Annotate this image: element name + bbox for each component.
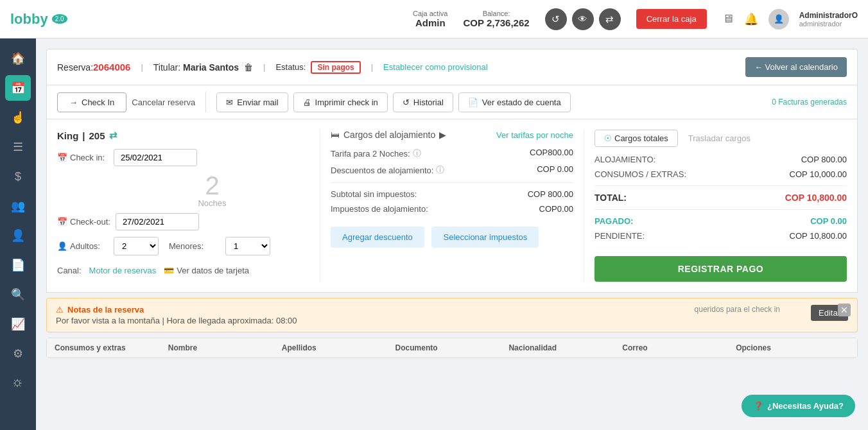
checkout-input[interactable] [116, 213, 199, 230]
guests-row: 👤 Adultos: 2134 Menores: 102 [57, 237, 309, 255]
registrar-pago-button[interactable]: REGISTRAR PAGO [595, 256, 847, 282]
print-icon: 🖨 [303, 98, 311, 107]
noches-badge: 2 Noches [115, 173, 309, 208]
help-tarifa-icon[interactable]: ⓘ [413, 148, 421, 159]
canal-link[interactable]: Motor de reservas [89, 266, 157, 275]
tab-traslado[interactable]: Trasladar cargos [688, 133, 751, 143]
col-apellidos: Apellidos [282, 343, 395, 352]
historial-icon: ↺ [403, 98, 410, 107]
sidebar-item-home[interactable]: 🏠 [5, 46, 31, 71]
sidebar-item-dollar[interactable]: $ [5, 164, 31, 189]
user-name: AdministradorO [799, 11, 858, 20]
divider [205, 92, 206, 112]
eye-icon-btn[interactable]: 👁 [572, 8, 594, 30]
sidebar-item-hand[interactable]: ☝ [5, 105, 31, 130]
sidebar-item-list[interactable]: ☰ [5, 134, 31, 160]
balance-value: COP 2,736,262 [463, 17, 529, 28]
tarifa-label: Tarifa para 2 Noches: ⓘ [331, 148, 421, 159]
room-separator: | [82, 130, 85, 141]
historial-button[interactable]: ↺ Historial [393, 92, 453, 112]
notes-bar: ⚠ Notas de la reserva Por favor vista a … [46, 298, 858, 332]
sidebar: 🏠 📅 ☝ ☰ $ 👥 👤 📄 🔍 📈 ⚙ ⛭ [0, 39, 36, 368]
alojamiento-row: ALOJAMIENTO: COP 800.00 [595, 155, 847, 164]
checkin-input[interactable] [114, 149, 197, 166]
tarjeta-link[interactable]: 💳 Ver datos de tarjeta [164, 266, 249, 275]
monitor-icon[interactable]: 🖥 [722, 12, 734, 26]
pendiente-label: PENDIENTE: [595, 231, 645, 241]
left-panel: King | 205 ⇄ 📅 Check in: 2 Noches 📅 [57, 130, 320, 282]
coin-icon: ☉ [604, 133, 612, 143]
content-area: King | 205 ⇄ 📅 Check in: 2 Noches 📅 [46, 119, 858, 293]
reserva-label: Reserva:2064006 [57, 62, 130, 73]
reservation-header: Reserva:2064006 | Titular: Maria Santos … [46, 49, 858, 85]
volver-button[interactable]: ← Volver al calendario [745, 57, 847, 77]
menores-select[interactable]: 102 [225, 237, 270, 255]
adultos-label: 👤 Adultos: [57, 241, 108, 251]
table-header: Consumos y extras Nombre Apellidos Docum… [47, 338, 857, 357]
sidebar-item-file[interactable]: 📄 [5, 252, 31, 278]
subtotal-row: Subtotal sin impuestos: COP 800.00 [331, 189, 573, 199]
impuestos-row: Impuestos de alojamiento: COP0.00 [331, 204, 573, 214]
caja-value: Admin [413, 17, 447, 28]
bell-icon[interactable]: 🔔 [744, 12, 758, 26]
sidebar-item-users[interactable]: 👥 [5, 193, 31, 219]
seleccionar-impuestos-button[interactable]: Seleccionar impuestos [431, 227, 539, 248]
total-value: COP 10,800.00 [785, 193, 847, 203]
tabs-section: Consumos y extras Nombre Apellidos Docum… [46, 338, 858, 358]
checkin-button[interactable]: → Check In [57, 92, 126, 112]
impuestos-label: Impuestos de alojamiento: [331, 204, 428, 214]
sidebar-item-settings-alt[interactable]: ⚙ [5, 341, 31, 366]
estado-cuenta-button[interactable]: 📄 Ver estado de cuenta [458, 92, 571, 112]
adultos-select[interactable]: 2134 [114, 237, 159, 255]
subtotal-label: Subtotal sin impuestos: [331, 189, 417, 199]
checkin-label: 📅 Check in: [57, 153, 108, 162]
col-correo: Correo [622, 343, 736, 352]
notes-content: ⚠ Notas de la reserva Por favor vista a … [56, 305, 806, 325]
calendar-icon: 📅 [57, 153, 67, 162]
enviar-mail-button[interactable]: ✉ Enviar mail [216, 92, 288, 112]
agregar-descuento-button[interactable]: Agregar descuento [331, 227, 424, 248]
history-icon-btn[interactable]: ↺ [545, 8, 567, 30]
sidebar-item-calendar[interactable]: 📅 [5, 75, 31, 101]
edit-icon[interactable]: 🗑 [244, 62, 253, 73]
consumos-value: COP 10,000.00 [790, 169, 847, 179]
swap-icon-btn[interactable]: ⇄ [599, 8, 621, 30]
checkin-note: queridos para el check in [695, 305, 780, 314]
descuento-value: COP 0.00 [537, 164, 573, 176]
imprimir-button[interactable]: 🖨 Imprimir check in [293, 92, 388, 112]
cerrar-caja-button[interactable]: Cerrar la caja [636, 9, 707, 29]
sidebar-item-chart[interactable]: 📈 [5, 311, 31, 337]
cursor-icon: ▶ [439, 130, 446, 140]
swap-room-icon[interactable]: ⇄ [109, 130, 117, 141]
checkin-label: Check In [82, 98, 114, 107]
notes-close-button[interactable]: ✕ [838, 304, 851, 316]
reserva-id: 2064006 [93, 62, 130, 73]
menores-label: Menores: [169, 241, 220, 251]
provisional-button[interactable]: Establecer como provisional [383, 62, 488, 72]
alojamiento-label: ALOJAMIENTO: [595, 155, 655, 164]
user-info: AdministradorO administrador [799, 11, 858, 28]
help-desc-icon[interactable]: ⓘ [436, 164, 444, 176]
pagado-row: PAGADO: COP 0.00 [595, 216, 847, 226]
tarifas-link[interactable]: Ver tarifas por noche [496, 130, 573, 140]
tab-cargos-totales[interactable]: ☉ Cargos totales [595, 130, 678, 147]
cancelar-button[interactable]: Cancelar reserva [132, 98, 195, 107]
notes-title: Notas de la reserva [67, 305, 144, 314]
consumos-label: CONSUMOS / EXTRAS: [595, 169, 686, 179]
room-name: King [57, 130, 78, 141]
total-row: TOTAL: COP 10,800.00 [595, 193, 847, 203]
checkout-row: 📅 Check-out: [57, 213, 309, 230]
col-documento: Documento [395, 343, 509, 352]
middle-panel: 🛏 Cargos del alojamiento ▶ Ver tarifas p… [320, 130, 584, 282]
top-right: 🖥 🔔 👤 AdministradorO administrador [722, 9, 858, 30]
caja-section: Caja activa Admin Balance: COP 2,736,262… [413, 8, 707, 30]
descuento-label: Descuentos de alojamiento: ⓘ [331, 164, 444, 176]
noches-number: 2 [115, 173, 309, 198]
sidebar-item-search[interactable]: 🔍 [5, 282, 31, 307]
mail-icon: ✉ [226, 98, 233, 107]
reserva-text: Reserva: [57, 62, 93, 73]
col-nacionalidad: Nacionalidad [508, 343, 622, 352]
top-icons: ↺ 👁 ⇄ [545, 8, 621, 30]
sidebar-item-idcard[interactable]: 👤 [5, 223, 31, 248]
tarifa-row: Tarifa para 2 Noches: ⓘ COP800.00 [331, 148, 573, 159]
